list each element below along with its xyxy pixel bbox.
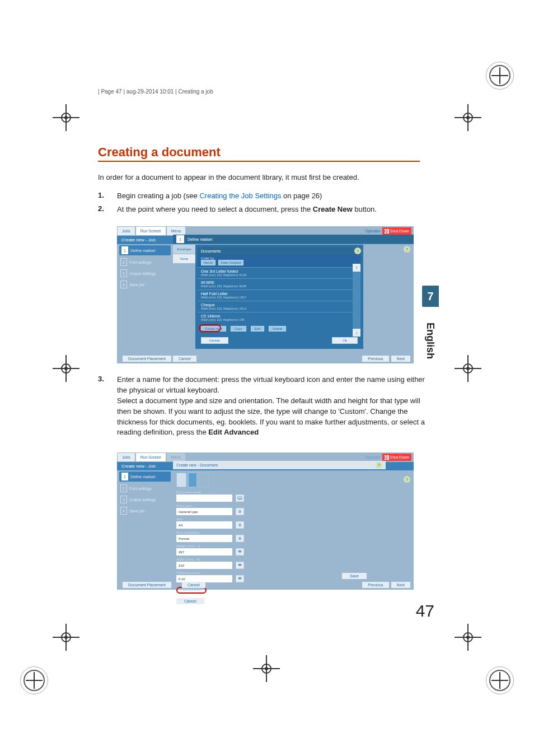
intro-text: In order for a document to appear in the… xyxy=(98,172,425,183)
wizard-step-output-settings[interactable]: 3Output settings xyxy=(117,268,173,279)
help-icon[interactable]: ? xyxy=(404,476,410,483)
svg-rect-20 xyxy=(238,565,240,566)
wizard-step-save-job[interactable]: 4Save job xyxy=(117,505,173,516)
cancel-button[interactable]: Cancel xyxy=(201,337,228,344)
height-input[interactable]: 297 xyxy=(176,548,232,556)
list-item[interactable]: C5 148mmWidth (mm): 210, Height(mm): 148 xyxy=(198,312,361,323)
order-by-date-button[interactable]: Date Created xyxy=(218,260,244,265)
screenshot-create-document: Jobs Run Screen Menu Operator ⏻Shut Down… xyxy=(117,452,414,590)
operator-label[interactable]: Operator xyxy=(365,229,381,233)
document-name-input[interactable] xyxy=(176,494,232,502)
numpad-icon[interactable] xyxy=(236,562,244,569)
thickness-label: Thickness (mm) xyxy=(173,570,335,575)
orientation-preview xyxy=(173,470,335,489)
edit-button[interactable]: Edit xyxy=(251,326,264,332)
orientation-input[interactable]: Portrait xyxy=(176,535,232,542)
svg-rect-26 xyxy=(238,578,240,580)
numpad-icon[interactable] xyxy=(236,548,244,556)
modal-header: Create new - Document? xyxy=(173,461,386,469)
list-item[interactable]: One 3rd Letter foldedWidth (mm): 215, He… xyxy=(198,267,361,278)
page-preview-icon xyxy=(176,473,186,487)
svg-rect-18 xyxy=(240,564,241,565)
wizard-step-define-mailset[interactable]: 1Define mailset xyxy=(119,245,171,255)
order-by-name-button[interactable]: Name xyxy=(201,260,216,265)
run-screen-tab[interactable]: Run Screen xyxy=(136,453,166,461)
list-item[interactable]: ChequeWidth (mm): 210, Height(mm): 101.6 xyxy=(198,301,361,312)
envelope-vtab[interactable]: Envelope xyxy=(173,245,195,254)
page-number: 47 xyxy=(416,601,434,620)
list-item[interactable]: Half Fold LetterWidth (mm): 215, Height(… xyxy=(198,290,361,301)
width-input[interactable]: 210 xyxy=(176,562,232,569)
list-icon[interactable] xyxy=(236,508,244,515)
delete-button[interactable]: Delete xyxy=(269,326,286,332)
wizard-step-fold-settings[interactable]: 2Fold settings xyxy=(117,256,173,268)
jobs-tab[interactable]: Jobs xyxy=(118,227,135,235)
wizard-step-fold-settings[interactable]: 2Fold settings xyxy=(117,483,173,494)
none-vtab[interactable]: None xyxy=(173,254,195,263)
svg-rect-25 xyxy=(241,577,242,578)
step-number: 2. xyxy=(98,204,117,215)
power-icon: ⏻ xyxy=(385,455,389,460)
operator-label: Operator xyxy=(365,455,381,459)
svg-rect-11 xyxy=(238,550,240,552)
list-icon[interactable] xyxy=(236,535,244,542)
keyboard-icon[interactable] xyxy=(236,494,244,502)
save-button[interactable]: Save xyxy=(342,573,367,579)
menu-tab[interactable]: Menu xyxy=(167,453,186,461)
step-number: 1. xyxy=(98,191,117,202)
page-preview-icon xyxy=(199,473,209,487)
jobs-tab[interactable]: Jobs xyxy=(118,453,135,461)
panel-title: Documents xyxy=(201,249,221,253)
document-name-label: Document name xyxy=(173,489,335,494)
svg-rect-24 xyxy=(240,577,241,578)
page-preview-icon xyxy=(188,473,197,487)
svg-rect-13 xyxy=(241,550,242,552)
form-type-label: Form type xyxy=(173,503,335,508)
svg-rect-15 xyxy=(240,552,241,553)
section-header: 1Define mailset xyxy=(173,235,414,244)
highlight-oval xyxy=(199,324,221,332)
wizard-step-define-mailset[interactable]: 1Define mailset xyxy=(119,472,171,482)
svg-rect-12 xyxy=(240,550,241,552)
wizard-step-save-job[interactable]: 4Save job xyxy=(117,279,173,290)
list-icon[interactable] xyxy=(236,521,244,529)
creating-job-settings-link[interactable]: Creating the Job Settings xyxy=(199,192,281,200)
width-label: Width (mm) - W xyxy=(173,557,335,562)
wizard-step-output-settings[interactable]: 3Output settings xyxy=(117,494,173,505)
size-input[interactable]: A4 xyxy=(176,521,232,529)
list-item[interactable]: #9 BREWidth (mm): 225, Height(mm): 98.89 xyxy=(198,278,361,290)
next-button[interactable]: Next xyxy=(391,582,410,588)
documents-panel: Documents? Order by Name Date Created On… xyxy=(195,245,363,349)
shut-down-button[interactable]: ⏻Shut Down xyxy=(382,454,411,461)
scroll-up-icon[interactable]: ↑ xyxy=(353,264,360,272)
help-icon[interactable]: ? xyxy=(376,462,382,469)
power-icon: ⏻ xyxy=(385,229,389,234)
help-icon[interactable]: ? xyxy=(354,248,361,254)
svg-rect-22 xyxy=(241,565,242,566)
previous-button[interactable]: Previous xyxy=(362,356,388,362)
run-screen-tab[interactable]: Run Screen xyxy=(136,227,166,235)
svg-rect-28 xyxy=(241,578,242,580)
size-label: Size xyxy=(173,516,335,521)
svg-rect-17 xyxy=(238,564,240,565)
numpad-icon[interactable] xyxy=(236,575,244,582)
copy-button[interactable]: Copy xyxy=(231,326,246,332)
screenshot-define-mailset: Jobs Run Screen Menu Operator ⏻Shut Down… xyxy=(117,226,414,363)
document-placement-button[interactable]: Document Placement xyxy=(123,356,171,362)
document-placement-button[interactable]: Document Placement xyxy=(123,582,171,588)
shut-down-button[interactable]: ⏻Shut Down xyxy=(382,227,411,235)
menu-tab[interactable]: Menu xyxy=(167,227,186,235)
cancel-button[interactable]: Cancel xyxy=(176,598,204,604)
ok-button[interactable]: Ok xyxy=(332,337,358,344)
next-button[interactable]: Next xyxy=(391,356,410,362)
svg-rect-1 xyxy=(239,499,241,500)
cancel-button[interactable]: Cancel xyxy=(173,356,196,362)
svg-rect-21 xyxy=(240,565,241,566)
cancel-button[interactable]: Cancel xyxy=(182,582,205,588)
help-icon[interactable]: ? xyxy=(404,246,410,253)
previous-button[interactable]: Previous xyxy=(362,582,388,588)
step-1-text: Begin creating a job (see Creating the J… xyxy=(117,191,425,202)
orientation-label: Print orientation xyxy=(173,530,335,535)
form-type-input[interactable]: General type xyxy=(176,508,232,515)
step-number: 3. xyxy=(98,375,117,438)
